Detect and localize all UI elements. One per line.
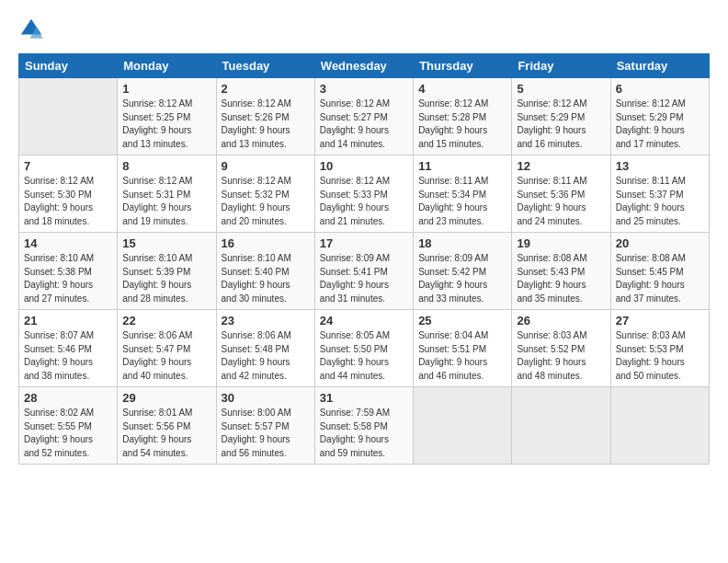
day-info: Sunrise: 8:12 AM Sunset: 5:29 PM Dayligh… [517, 98, 605, 151]
day-number: 13 [616, 159, 704, 173]
day-number: 21 [24, 314, 112, 327]
day-cell: 13Sunrise: 8:11 AM Sunset: 5:37 PM Dayli… [610, 155, 709, 233]
day-info: Sunrise: 8:10 AM Sunset: 5:39 PM Dayligh… [122, 252, 210, 305]
day-info: Sunrise: 8:03 AM Sunset: 5:53 PM Dayligh… [616, 329, 704, 383]
day-info: Sunrise: 8:11 AM Sunset: 5:34 PM Dayligh… [418, 175, 506, 228]
day-info: Sunrise: 8:09 AM Sunset: 5:42 PM Dayligh… [418, 252, 506, 305]
day-cell [19, 78, 118, 155]
week-row-3: 14Sunrise: 8:10 AM Sunset: 5:38 PM Dayli… [19, 233, 710, 310]
day-info: Sunrise: 8:11 AM Sunset: 5:37 PM Dayligh… [616, 175, 704, 228]
day-info: Sunrise: 8:07 AM Sunset: 5:46 PM Dayligh… [24, 329, 112, 383]
day-cell: 26Sunrise: 8:03 AM Sunset: 5:52 PM Dayli… [512, 310, 610, 387]
day-info: Sunrise: 8:08 AM Sunset: 5:45 PM Dayligh… [616, 252, 704, 305]
col-header-friday: Friday [512, 54, 610, 78]
calendar-table: SundayMondayTuesdayWednesdayThursdayFrid… [18, 53, 710, 465]
day-info: Sunrise: 8:12 AM Sunset: 5:32 PM Dayligh… [222, 175, 310, 228]
day-cell: 14Sunrise: 8:10 AM Sunset: 5:38 PM Dayli… [19, 233, 118, 310]
day-cell: 19Sunrise: 8:08 AM Sunset: 5:43 PM Dayli… [512, 233, 610, 310]
day-info: Sunrise: 8:12 AM Sunset: 5:33 PM Dayligh… [320, 175, 408, 228]
col-header-tuesday: Tuesday [216, 54, 314, 78]
day-cell: 28Sunrise: 8:02 AM Sunset: 5:55 PM Dayli… [19, 387, 118, 465]
col-header-saturday: Saturday [610, 54, 709, 78]
header [18, 17, 710, 42]
day-info: Sunrise: 8:01 AM Sunset: 5:56 PM Dayligh… [122, 407, 210, 460]
col-header-wednesday: Wednesday [314, 54, 413, 78]
day-number: 10 [320, 159, 408, 173]
day-cell [414, 387, 512, 465]
day-number: 18 [418, 236, 506, 250]
day-info: Sunrise: 8:10 AM Sunset: 5:40 PM Dayligh… [222, 252, 310, 305]
day-number: 30 [222, 391, 310, 405]
logo-icon [18, 17, 44, 42]
day-number: 6 [616, 82, 704, 96]
day-cell: 16Sunrise: 8:10 AM Sunset: 5:40 PM Dayli… [216, 233, 314, 310]
day-cell: 7Sunrise: 8:12 AM Sunset: 5:30 PM Daylig… [19, 155, 118, 233]
day-info: Sunrise: 8:12 AM Sunset: 5:31 PM Dayligh… [122, 175, 210, 228]
day-info: Sunrise: 8:03 AM Sunset: 5:52 PM Dayligh… [517, 329, 605, 383]
day-number: 12 [517, 159, 605, 173]
day-cell: 6Sunrise: 8:12 AM Sunset: 5:29 PM Daylig… [610, 78, 709, 155]
page: SundayMondayTuesdayWednesdayThursdayFrid… [0, 0, 728, 474]
week-row-5: 28Sunrise: 8:02 AM Sunset: 5:55 PM Dayli… [19, 387, 710, 465]
day-cell: 1Sunrise: 8:12 AM Sunset: 5:25 PM Daylig… [118, 78, 216, 155]
day-number: 19 [517, 236, 605, 250]
day-info: Sunrise: 7:59 AM Sunset: 5:58 PM Dayligh… [320, 407, 408, 460]
day-number: 28 [24, 391, 112, 405]
day-info: Sunrise: 8:02 AM Sunset: 5:55 PM Dayligh… [24, 407, 112, 460]
day-number: 31 [320, 391, 408, 405]
day-number: 7 [24, 159, 112, 173]
day-cell: 25Sunrise: 8:04 AM Sunset: 5:51 PM Dayli… [414, 310, 512, 387]
day-cell: 2Sunrise: 8:12 AM Sunset: 5:26 PM Daylig… [216, 78, 314, 155]
day-number: 4 [418, 82, 506, 96]
day-info: Sunrise: 8:12 AM Sunset: 5:28 PM Dayligh… [418, 98, 506, 151]
day-number: 16 [222, 236, 310, 250]
day-number: 23 [222, 314, 310, 327]
day-cell: 9Sunrise: 8:12 AM Sunset: 5:32 PM Daylig… [216, 155, 314, 233]
day-cell: 23Sunrise: 8:06 AM Sunset: 5:48 PM Dayli… [216, 310, 314, 387]
day-info: Sunrise: 8:04 AM Sunset: 5:51 PM Dayligh… [418, 329, 506, 383]
day-info: Sunrise: 8:05 AM Sunset: 5:50 PM Dayligh… [320, 329, 408, 383]
day-cell: 8Sunrise: 8:12 AM Sunset: 5:31 PM Daylig… [118, 155, 216, 233]
day-info: Sunrise: 8:12 AM Sunset: 5:29 PM Dayligh… [616, 98, 704, 151]
day-info: Sunrise: 8:11 AM Sunset: 5:36 PM Dayligh… [517, 175, 605, 228]
day-number: 2 [222, 82, 310, 96]
col-header-thursday: Thursday [414, 54, 512, 78]
day-cell [512, 387, 610, 465]
day-info: Sunrise: 8:10 AM Sunset: 5:38 PM Dayligh… [24, 252, 112, 305]
day-number: 20 [616, 236, 704, 250]
day-info: Sunrise: 8:00 AM Sunset: 5:57 PM Dayligh… [222, 407, 310, 460]
day-number: 26 [517, 314, 605, 327]
day-info: Sunrise: 8:09 AM Sunset: 5:41 PM Dayligh… [320, 252, 408, 305]
day-number: 24 [320, 314, 408, 327]
day-cell: 17Sunrise: 8:09 AM Sunset: 5:41 PM Dayli… [314, 233, 413, 310]
day-info: Sunrise: 8:12 AM Sunset: 5:26 PM Dayligh… [222, 98, 310, 151]
week-row-4: 21Sunrise: 8:07 AM Sunset: 5:46 PM Dayli… [19, 310, 710, 387]
logo [18, 17, 48, 42]
day-cell: 4Sunrise: 8:12 AM Sunset: 5:28 PM Daylig… [414, 78, 512, 155]
day-info: Sunrise: 8:12 AM Sunset: 5:25 PM Dayligh… [122, 98, 210, 151]
day-cell: 27Sunrise: 8:03 AM Sunset: 5:53 PM Dayli… [610, 310, 709, 387]
day-number: 9 [222, 159, 310, 173]
day-number: 22 [122, 314, 210, 327]
col-header-sunday: Sunday [19, 54, 118, 78]
day-number: 17 [320, 236, 408, 250]
day-cell: 5Sunrise: 8:12 AM Sunset: 5:29 PM Daylig… [512, 78, 610, 155]
day-number: 5 [517, 82, 605, 96]
day-info: Sunrise: 8:08 AM Sunset: 5:43 PM Dayligh… [517, 252, 605, 305]
day-info: Sunrise: 8:12 AM Sunset: 5:30 PM Dayligh… [24, 175, 112, 228]
day-cell: 22Sunrise: 8:06 AM Sunset: 5:47 PM Dayli… [118, 310, 216, 387]
day-number: 11 [418, 159, 506, 173]
day-cell: 18Sunrise: 8:09 AM Sunset: 5:42 PM Dayli… [414, 233, 512, 310]
header-row: SundayMondayTuesdayWednesdayThursdayFrid… [19, 54, 710, 78]
day-cell: 15Sunrise: 8:10 AM Sunset: 5:39 PM Dayli… [118, 233, 216, 310]
col-header-monday: Monday [118, 54, 216, 78]
week-row-1: 1Sunrise: 8:12 AM Sunset: 5:25 PM Daylig… [19, 78, 710, 155]
day-info: Sunrise: 8:06 AM Sunset: 5:47 PM Dayligh… [122, 329, 210, 383]
day-info: Sunrise: 8:06 AM Sunset: 5:48 PM Dayligh… [222, 329, 310, 383]
day-cell: 11Sunrise: 8:11 AM Sunset: 5:34 PM Dayli… [414, 155, 512, 233]
week-row-2: 7Sunrise: 8:12 AM Sunset: 5:30 PM Daylig… [19, 155, 710, 233]
day-cell: 29Sunrise: 8:01 AM Sunset: 5:56 PM Dayli… [118, 387, 216, 465]
day-number: 27 [616, 314, 704, 327]
day-cell: 20Sunrise: 8:08 AM Sunset: 5:45 PM Dayli… [610, 233, 709, 310]
day-number: 25 [418, 314, 506, 327]
